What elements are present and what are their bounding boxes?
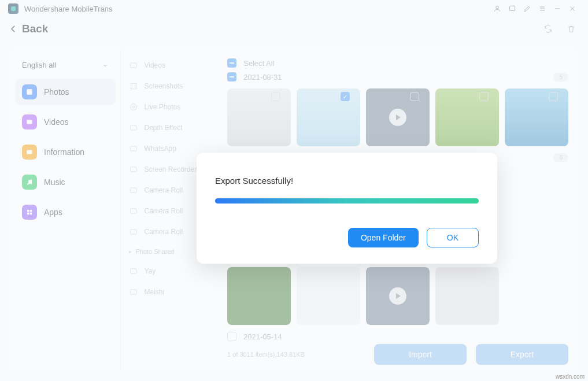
open-folder-button[interactable]: Open Folder <box>348 228 419 247</box>
watermark: wsxdn.com <box>556 373 585 380</box>
export-success-modal: Export Successfully! Open Folder OK <box>197 153 497 264</box>
modal-title: Export Successfully! <box>215 176 479 186</box>
progress-bar <box>215 198 479 204</box>
ok-button[interactable]: OK <box>427 228 479 247</box>
modal-actions: Open Folder OK <box>215 228 479 247</box>
